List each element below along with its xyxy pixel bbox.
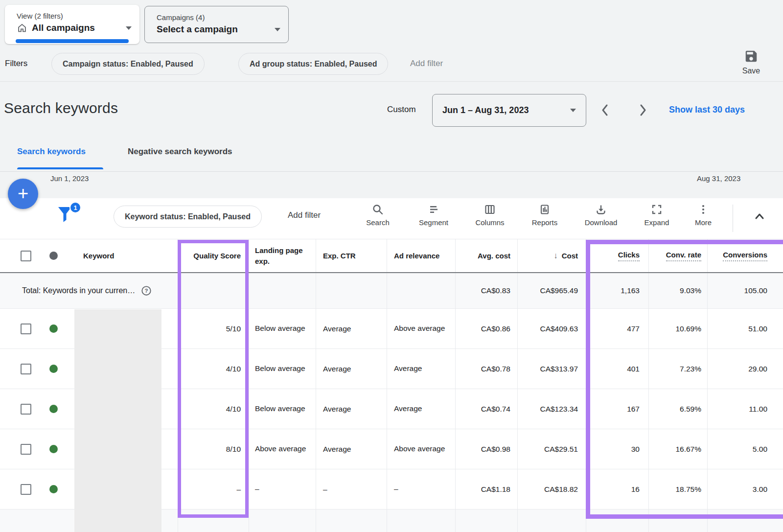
download-button[interactable]: Download <box>579 204 623 227</box>
search-icon <box>356 204 400 215</box>
header-quality-score[interactable]: Quality Score <box>178 239 249 272</box>
exp-ctr-cell: – <box>316 469 387 509</box>
conv-rate-cell: 7.23% <box>648 349 707 389</box>
header-cost-sorted[interactable]: ↓Cost <box>517 239 586 272</box>
header-avg-cost[interactable]: Avg. cost <box>455 239 517 272</box>
clicks-cell: 477 <box>586 309 648 348</box>
exp-ctr-cell: Average <box>316 309 387 348</box>
avg-cost-cell: CA$0.78 <box>455 349 517 389</box>
total-conv-rate: 9.03% <box>648 273 707 308</box>
filter-count-badge: 1 <box>69 202 81 213</box>
view-selector-value: All campaigns <box>32 23 95 33</box>
table-header-row: Keyword Quality Score Landing page exp. … <box>0 239 783 273</box>
landing-page-exp-cell: Above average <box>249 429 316 469</box>
date-range-selector[interactable]: Jun 1 – Aug 31, 2023 <box>432 94 586 127</box>
date-mode-label: Custom <box>387 105 416 115</box>
tab-negative-search-keywords[interactable]: Negative search keywords <box>128 147 232 157</box>
columns-button[interactable]: Columns <box>468 204 512 227</box>
campaign-status-filter-chip[interactable]: Campaign status: Enabled, Paused <box>51 53 205 75</box>
filter-funnel-button[interactable]: 1 <box>57 205 80 230</box>
status-enabled-icon <box>49 405 58 413</box>
ad-relevance-cell: – <box>387 469 455 509</box>
ad-relevance-cell: Average <box>387 389 455 429</box>
conv-rate-cell: 6.59% <box>648 389 707 429</box>
view-selector-active-indicator <box>16 39 129 43</box>
header-exp-ctr[interactable]: Exp. CTR <box>316 239 387 272</box>
show-last-30-days-link[interactable]: Show last 30 days <box>669 105 745 115</box>
header-clicks[interactable]: Clicks <box>586 239 648 272</box>
search-button[interactable]: Search <box>356 204 400 227</box>
header-conv-rate[interactable]: Conv. rate <box>648 239 707 272</box>
reports-icon <box>523 204 567 215</box>
select-all-checkbox[interactable] <box>21 251 31 261</box>
avg-cost-cell: CA$0.98 <box>455 429 517 469</box>
campaign-selector-value: Select a campaign <box>157 24 238 35</box>
header-landing-page-exp[interactable]: Landing page exp. <box>249 239 316 272</box>
more-icon <box>681 204 725 215</box>
header-conversions[interactable]: Conversions <box>707 239 783 272</box>
chevron-down-icon <box>126 26 132 30</box>
previous-period-button[interactable] <box>599 103 612 117</box>
next-period-button[interactable] <box>636 103 649 117</box>
quality-score-cell: – <box>178 469 249 509</box>
total-row: Total: Keywords in your curren… ? CA$0.8… <box>0 273 783 308</box>
campaign-selector[interactable]: Campaigns (4) Select a campaign <box>144 6 289 43</box>
header-keyword[interactable]: Keyword <box>68 239 178 272</box>
total-avg-cost: CA$0.83 <box>455 273 517 308</box>
add-filter-link-toolbar[interactable]: Add filter <box>288 210 321 220</box>
conversions-cell: 3.00 <box>707 469 783 509</box>
expand-button[interactable]: Expand <box>635 204 679 227</box>
adgroup-status-filter-chip[interactable]: Ad group status: Enabled, Paused <box>238 53 388 75</box>
conv-rate-cell: 16.67% <box>648 429 707 469</box>
ad-relevance-cell: Above average <box>387 429 455 469</box>
collapse-table-chevron[interactable] <box>753 210 766 222</box>
total-cost: CA$965.49 <box>517 273 586 308</box>
tab-search-keywords[interactable]: Search keywords <box>17 147 86 157</box>
add-filter-link[interactable]: Add filter <box>410 59 443 69</box>
filters-label: Filters <box>5 59 27 69</box>
total-clicks: 1,163 <box>586 273 648 308</box>
add-keyword-fab[interactable]: + <box>8 179 38 209</box>
quality-score-cell: 5/10 <box>178 309 249 348</box>
redacted-keywords-block <box>74 309 161 532</box>
conversions-cell: 11.00 <box>707 389 783 429</box>
status-enabled-icon <box>49 485 58 493</box>
reports-button[interactable]: Reports <box>523 204 567 227</box>
date-range-value: Jun 1 – Aug 31, 2023 <box>442 105 529 116</box>
row-checkbox[interactable] <box>21 364 31 374</box>
status-enabled-icon <box>49 324 58 333</box>
keyword-status-chip[interactable]: Keyword status: Enabled, Paused <box>114 206 262 228</box>
save-label: Save <box>734 67 768 75</box>
landing-page-exp-cell: Below average <box>249 349 316 389</box>
divider <box>0 81 783 82</box>
campaign-selector-label: Campaigns (4) <box>157 13 205 22</box>
clicks-cell: 167 <box>586 389 648 429</box>
quality-score-cell: 4/10 <box>178 349 249 389</box>
help-icon[interactable]: ? <box>141 285 152 296</box>
avg-cost-cell: CA$0.86 <box>455 309 517 348</box>
more-button[interactable]: More <box>681 204 725 227</box>
row-checkbox[interactable] <box>21 324 31 334</box>
download-icon <box>579 204 623 215</box>
header-ad-relevance[interactable]: Ad relevance <box>387 239 455 272</box>
exp-ctr-cell: Average <box>316 389 387 429</box>
row-checkbox[interactable] <box>21 404 31 415</box>
view-selector-label: View (2 filters) <box>17 12 63 20</box>
conversions-cell: 29.00 <box>707 349 783 389</box>
landing-page-exp-cell: Below average <box>249 309 316 348</box>
avg-cost-cell: CA$1.18 <box>455 469 517 509</box>
save-button[interactable]: Save <box>734 49 768 75</box>
clicks-cell: 401 <box>586 349 648 389</box>
exp-ctr-cell: Average <box>316 429 387 469</box>
row-checkbox[interactable] <box>21 444 31 455</box>
row-checkbox[interactable] <box>21 484 31 495</box>
status-column-icon <box>49 252 58 260</box>
view-selector[interactable]: View (2 filters) All campaigns <box>5 5 139 44</box>
status-enabled-icon <box>49 365 58 373</box>
svg-text:?: ? <box>145 288 148 294</box>
total-row-label: Total: Keywords in your curren… <box>22 286 135 295</box>
exp-ctr-cell: Average <box>316 349 387 389</box>
google-ads-search-keywords-screen: View (2 filters) All campaigns Campaigns… <box>0 0 783 532</box>
sort-descending-icon: ↓ <box>553 251 558 261</box>
segment-button[interactable]: Segment <box>412 204 456 227</box>
